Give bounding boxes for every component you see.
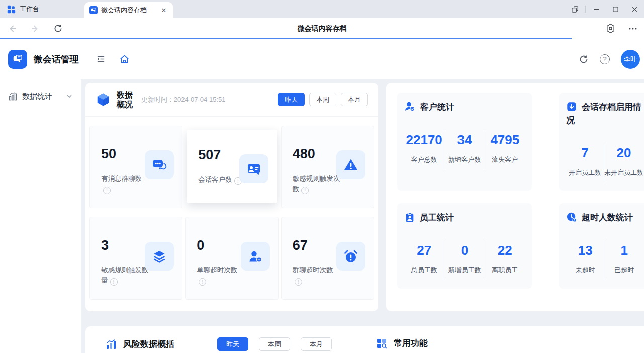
tab-close-icon[interactable]: ✕ <box>160 6 168 14</box>
header-right: ? 李叶 <box>579 50 636 69</box>
stat-label: 敏感规则触发数量! <box>101 265 151 286</box>
stat-value: 4795 <box>485 132 525 148</box>
overview-updated: 更新时间：2024-07-04 15:51 <box>141 95 226 104</box>
risk-chart-icon <box>106 339 117 350</box>
stat-label: 流失客户 <box>485 155 525 164</box>
bottom-panel: 风险数据概括 昨天 本周 本月 常用功能 <box>85 326 644 353</box>
stat-label: 新增客户数 <box>444 155 484 164</box>
menu-fold-icon[interactable] <box>96 54 106 64</box>
maximize-icon[interactable] <box>606 0 625 18</box>
sidebar-item-data-stats[interactable]: 数据统计 <box>0 86 81 106</box>
home-icon[interactable] <box>119 54 130 64</box>
overview-header: 数据概况 更新时间：2024-07-04 15:51 昨天 本周 本月 <box>85 83 378 117</box>
tab-archive-label: 微会话内容存档 <box>101 6 147 15</box>
stat-label: 敏感规则触发次数! <box>293 173 342 194</box>
grid-search-icon <box>376 338 387 349</box>
stat-label: 群聊超时次数! <box>293 265 342 286</box>
brand-title: 微会话管理 <box>34 53 79 65</box>
app-logo-icon <box>8 50 27 69</box>
info-icon[interactable]: ! <box>199 278 206 286</box>
timeout-stats-card: 超时人数统计 13未超时 1已超时 <box>559 203 644 289</box>
more-icon[interactable] <box>628 24 638 34</box>
stat-card-sensitive-times[interactable]: 480 敏感规则触发次数! <box>281 126 374 208</box>
info-icon[interactable]: ! <box>301 187 309 194</box>
stat-label: 总员工数 <box>404 266 444 275</box>
stat-card-sensitive-count[interactable]: 3 敏感规则触发数量! <box>89 217 182 300</box>
stat-value: 1 <box>605 243 644 258</box>
common-features-title: 常用功能 <box>394 337 428 349</box>
risk-filter-yesterday-button[interactable]: 昨天 <box>217 337 248 351</box>
workbench-grid-icon <box>7 5 16 14</box>
risk-filter-month-button[interactable]: 本月 <box>301 337 332 351</box>
employee-stats-row: 27总员工数 0新增员工数 22离职员工 <box>404 240 525 280</box>
tab-bar: 工作台 微会话内容存档 ✕ <box>0 0 644 18</box>
content-area: 数据统计 数据概况 更新时间：2024-07-04 15:51 昨天 <box>0 79 644 353</box>
stat-value: 34 <box>444 132 484 148</box>
stat-card-group-chat-timeout[interactable]: 67 群聊超时次数! <box>281 217 374 300</box>
stat-label: 开启员工数 <box>566 168 604 177</box>
stat-label: 未超时 <box>566 266 605 275</box>
stat-card-session-customers[interactable]: 507 会话客户数! <box>187 130 277 203</box>
sidebar-item-label: 数据统计 <box>22 92 52 101</box>
contact-card-icon <box>239 154 268 183</box>
stat-label: 有消息群聊数! <box>101 173 151 194</box>
customer-check-icon <box>404 101 416 112</box>
stat-label: 客户总数 <box>404 155 444 164</box>
customer-stats-row: 22170客户总数 34新增客户数 4795流失客户 <box>404 129 525 169</box>
help-icon[interactable]: ? <box>600 54 610 64</box>
risk-data-header: 风险数据概括 昨天 本周 本月 <box>106 337 332 351</box>
overview-cards: 50 有消息群聊数! 507 会话客户数! <box>85 117 378 304</box>
risk-filter-week-button[interactable]: 本周 <box>259 337 290 351</box>
stat-card-group-chats[interactable]: 50 有消息群聊数! <box>89 126 182 208</box>
stat-value: 13 <box>566 243 605 258</box>
employee-stats-card: 员工统计 27总员工数 0新增员工数 22离职员工 <box>397 203 532 289</box>
info-icon[interactable]: ! <box>103 187 111 194</box>
archive-download-icon <box>566 101 577 112</box>
stat-card-single-chat-timeout[interactable]: 0 单聊超时次数! <box>185 217 278 300</box>
nav-left <box>0 24 63 34</box>
tab-workbench-label: 工作台 <box>20 5 39 14</box>
app-window: 工作台 微会话内容存档 ✕ <box>0 0 644 353</box>
archive-enable-card: 会话存档启用情况 7开启员工数 20未开启员工数 <box>559 93 644 191</box>
filter-month-button[interactable]: 本月 <box>341 93 368 106</box>
popout-icon[interactable] <box>565 0 584 18</box>
overview-title: 数据概况 <box>117 90 135 109</box>
chevron-down-icon <box>66 93 73 100</box>
refresh-icon[interactable] <box>579 54 589 64</box>
filter-week-button[interactable]: 本周 <box>309 93 336 106</box>
page-load-progress <box>0 38 572 39</box>
archive-enable-header: 会话存档启用情况 <box>566 101 643 127</box>
stat-label: 未开启员工数 <box>604 168 643 177</box>
risk-filters: 昨天 本周 本月 <box>217 337 332 351</box>
window-controls <box>565 0 644 18</box>
stat-label: 离职员工 <box>485 266 525 275</box>
tab-archive[interactable]: 微会话内容存档 ✕ <box>84 2 173 18</box>
tab-workbench[interactable]: 工作台 <box>0 0 84 18</box>
stat-value: 7 <box>566 145 604 161</box>
close-icon[interactable] <box>625 0 644 18</box>
info-icon[interactable]: ! <box>295 278 302 286</box>
back-icon[interactable] <box>7 24 17 34</box>
stat-value: 27 <box>404 243 444 258</box>
info-icon[interactable]: ! <box>110 278 118 286</box>
avatar[interactable]: 李叶 <box>621 50 640 69</box>
stat-label: 单聊超时次数! <box>197 265 246 286</box>
main-scroll-area[interactable]: 数据概况 更新时间：2024-07-04 15:51 昨天 本周 本月 50 有… <box>81 79 644 353</box>
app-header: 微会话管理 ? 李叶 <box>0 39 644 79</box>
overview-panel: 数据概况 更新时间：2024-07-04 15:51 昨天 本周 本月 50 有… <box>85 83 378 311</box>
reload-icon[interactable] <box>53 24 63 33</box>
minimize-icon[interactable] <box>587 0 606 18</box>
filter-yesterday-button[interactable]: 昨天 <box>278 93 305 106</box>
stat-label: 已超时 <box>605 266 644 275</box>
employee-badge-icon <box>404 212 415 223</box>
customer-stats-header: 客户统计 <box>404 101 525 114</box>
archive-stats-row: 7开启员工数 20未开启员工数 <box>566 142 643 182</box>
cube-icon <box>96 92 111 107</box>
customer-stats-card: 客户统计 22170客户总数 34新增客户数 4795流失客户 <box>397 93 532 191</box>
employee-stats-header: 员工统计 <box>404 211 525 224</box>
risk-data-title: 风险数据概括 <box>123 338 174 350</box>
settings-icon[interactable] <box>605 23 616 34</box>
forward-icon[interactable] <box>30 24 40 34</box>
timeout-stats-header: 超时人数统计 <box>566 211 643 224</box>
stat-value: 22170 <box>404 132 444 148</box>
